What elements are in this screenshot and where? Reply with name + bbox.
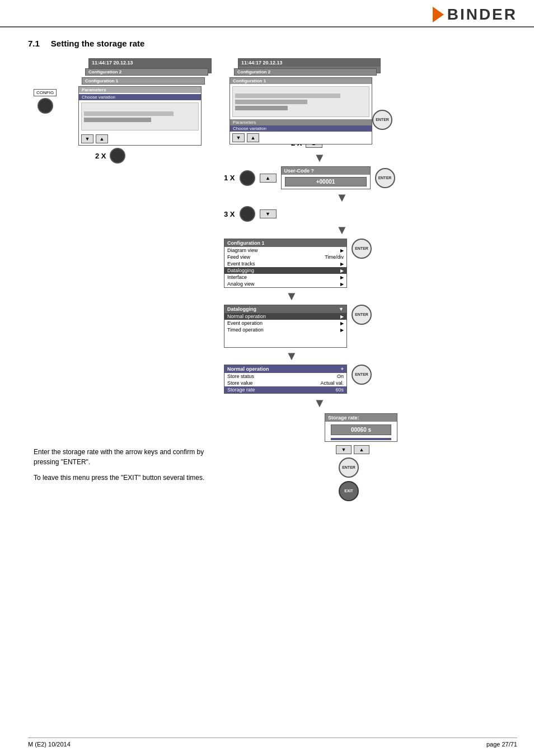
conf2-label: Configuration 2 bbox=[86, 69, 208, 75]
storage-rate-section: Storage rate: 00060 s ▼ ▲ ENTER EXIT bbox=[325, 413, 397, 501]
second-conf1: Configuration 1 Parameters Choose variat… bbox=[229, 77, 372, 144]
second-conf1-label: Configuration 1 bbox=[230, 78, 372, 84]
enter-button-2[interactable]: ENTER bbox=[375, 168, 395, 188]
knob-1x[interactable] bbox=[240, 170, 255, 186]
text-block-2: To leave this menu press the "EXIT" butt… bbox=[34, 473, 224, 483]
config-label: CONFIG bbox=[34, 89, 57, 96]
enter-button-3[interactable]: ENTER bbox=[352, 239, 372, 259]
enter-button-4[interactable]: ENTER bbox=[352, 305, 372, 325]
storage-nav-down[interactable]: ▼ bbox=[336, 445, 352, 454]
logo-text: BINDER bbox=[447, 6, 517, 24]
menu-item-analog[interactable]: Analog view ▶ bbox=[224, 281, 346, 287]
user-code-row: 1 X ▲ User-Code ? +00001 ENTER bbox=[224, 166, 395, 189]
section-label: Setting the storage rate bbox=[51, 39, 145, 48]
second-conf2-label: Configuration 2 bbox=[235, 69, 376, 75]
nav-up-btn-2[interactable]: ▲ bbox=[247, 133, 259, 142]
normal-op-store-value[interactable]: Store value Actual val. bbox=[224, 380, 346, 386]
normal-op-store-status[interactable]: Store status On bbox=[224, 373, 346, 380]
menu-item-diagram[interactable]: Diagram view ▶ bbox=[224, 247, 346, 254]
user-code-value: +00001 bbox=[285, 177, 367, 186]
second-inner-bar-3 bbox=[235, 106, 288, 110]
second-timestamp: 11:44:17 20.12.13 bbox=[238, 59, 380, 67]
conf1-label: Configuration 1 bbox=[82, 78, 204, 84]
menu-item-timed-op[interactable]: Timed operation ▶ bbox=[224, 326, 346, 333]
menu-item-interface[interactable]: Interface ▶ bbox=[224, 274, 346, 281]
storage-nav-up[interactable]: ▲ bbox=[354, 445, 369, 454]
down-arrow-5: ▼ bbox=[285, 349, 298, 363]
right-section: 11:44:17 20.12.13 User-Settings Configur… bbox=[224, 58, 395, 410]
menu-item-event-op[interactable]: Event operation ▶ bbox=[224, 320, 346, 326]
datalogging-menu-screen: Datalogging ▼ Normal operation ▶ Event o… bbox=[224, 305, 347, 348]
config-section: CONFIG bbox=[34, 89, 57, 114]
section-number: 7.1 bbox=[28, 39, 40, 48]
nav-down-btn-2[interactable]: ▼ bbox=[232, 133, 245, 142]
normal-op-screen: Normal operation + Store status On Store… bbox=[224, 365, 347, 394]
footer: M (E2) 10/2014 page 27/71 bbox=[28, 738, 517, 748]
down-arrow-6: ▼ bbox=[313, 396, 326, 410]
nav-arrows-2: ▼ ▲ bbox=[230, 132, 372, 144]
knob-3x[interactable] bbox=[240, 206, 255, 222]
logo-arrow-icon bbox=[433, 7, 444, 22]
inner-content bbox=[81, 102, 199, 130]
down-arrow-4: ▼ bbox=[285, 289, 298, 304]
config1-menu-screen: Configuration 1 Diagram view ▶ Feed view… bbox=[224, 239, 347, 288]
second-screen-stack: 11:44:17 20.12.13 User-Settings Configur… bbox=[229, 58, 386, 156]
user-code-header: User-Code ? bbox=[282, 167, 370, 175]
screen-layer-3: Configuration 1 bbox=[82, 77, 205, 85]
storage-rate-header: Storage rate: bbox=[325, 414, 397, 422]
storage-rate-box: Storage rate: 00060 s bbox=[325, 413, 397, 442]
top-screen-stack: 11:44:17 20.12.13 User-Settings Configur… bbox=[78, 58, 216, 145]
label-2x-1: 2 X bbox=[95, 152, 106, 160]
label-2x-1-row: 2 X bbox=[95, 148, 224, 164]
nav-arrows-1: ▼ ▲ bbox=[79, 133, 201, 145]
choose-var-label: Choose variation bbox=[79, 94, 201, 100]
storage-rate-bar bbox=[331, 438, 391, 440]
nav-down-btn-1[interactable]: ▼ bbox=[81, 134, 93, 143]
nav-down-btn-3x[interactable]: ▼ bbox=[260, 209, 277, 218]
footer-left: M (E2) 10/2014 bbox=[28, 741, 71, 748]
menu-item-normal-op[interactable]: Normal operation ▶ bbox=[224, 313, 346, 320]
inner-bar-1 bbox=[84, 111, 174, 116]
second-inner-bar-2 bbox=[235, 100, 307, 104]
datalogging-menu-row: Datalogging ▼ Normal operation ▶ Event o… bbox=[224, 305, 372, 348]
nav-up-btn-1[interactable]: ▲ bbox=[96, 134, 108, 143]
user-code-body: +00001 bbox=[282, 175, 370, 189]
screen-layer-4: Configuration 2 bbox=[85, 68, 208, 76]
label-1x: 1 X bbox=[224, 174, 235, 182]
menu-item-datalogging[interactable]: Datalogging ▶ bbox=[224, 267, 346, 274]
label-3x-row: 3 X ▼ bbox=[224, 206, 277, 222]
second-choose-var: Choose variation bbox=[230, 125, 372, 132]
nav-up-btn-4[interactable]: ▲ bbox=[260, 174, 277, 183]
menu-item-feed[interactable]: Feed view Time/div bbox=[224, 254, 346, 260]
header: BINDER bbox=[0, 0, 534, 27]
datalogging-menu-header: Datalogging ▼ bbox=[224, 305, 346, 313]
second-inner bbox=[232, 86, 369, 117]
screen-layer-2: Parameters Choose variation ▼ ▲ bbox=[78, 86, 202, 146]
enter-button-5[interactable]: ENTER bbox=[352, 365, 372, 385]
config1-menu-row: Configuration 1 Diagram view ▶ Feed view… bbox=[224, 239, 372, 288]
text-blocks: Enter the storage rate with the arrow ke… bbox=[34, 413, 224, 483]
knob-2x-1[interactable] bbox=[110, 148, 125, 164]
diagram-area: CONFIG 11:44:17 20.12.13 User-Settings C… bbox=[34, 58, 517, 410]
normal-op-row: Normal operation + Store status On Store… bbox=[224, 365, 372, 394]
normal-op-storage-rate[interactable]: Storage rate 60s bbox=[224, 386, 346, 393]
normal-op-header: Normal operation + bbox=[224, 365, 346, 373]
enter-button-6[interactable]: ENTER bbox=[339, 458, 359, 478]
bottom-section: Enter the storage rate with the arrow ke… bbox=[34, 413, 517, 501]
storage-rate-value: 00060 s bbox=[331, 424, 391, 435]
section-title: 7.1 Setting the storage rate bbox=[28, 39, 517, 48]
user-code-screen: User-Code ? +00001 bbox=[281, 166, 371, 189]
config-knob[interactable] bbox=[38, 98, 53, 114]
label-3x: 3 X bbox=[224, 210, 235, 218]
logo: BINDER bbox=[433, 6, 517, 24]
down-arrow-3: ▼ bbox=[336, 223, 348, 237]
menu-item-event[interactable]: Event tracks ▶ bbox=[224, 260, 346, 267]
exit-button[interactable]: EXIT bbox=[339, 481, 359, 501]
params-label: Parameters bbox=[79, 87, 201, 93]
screen-layer-5-title: 11:44:17 20.12.13 bbox=[89, 59, 211, 67]
inner-bar-2 bbox=[84, 118, 151, 122]
config1-menu-header: Configuration 1 bbox=[224, 239, 346, 247]
main-content: 7.1 Setting the storage rate CONFIG 11:4… bbox=[0, 27, 534, 512]
second-conf2: Configuration 2 bbox=[234, 68, 377, 76]
text-block-1: Enter the storage rate with the arrow ke… bbox=[34, 447, 224, 467]
